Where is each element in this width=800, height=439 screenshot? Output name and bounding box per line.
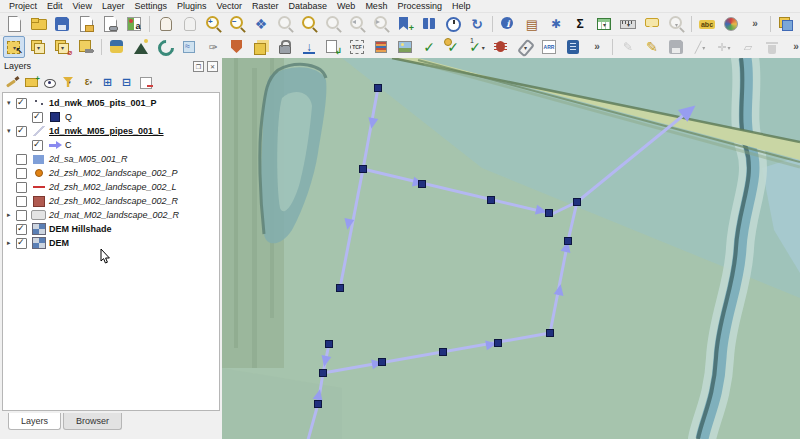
menu-processing[interactable]: Processing <box>392 1 447 11</box>
search-icon[interactable]: ▾ <box>665 13 687 35</box>
download-plugin-icon[interactable]: ↓ <box>298 36 320 58</box>
zoom-to-selection-icon[interactable] <box>274 13 296 35</box>
menu-web[interactable]: Web <box>332 1 360 11</box>
menu-plugins[interactable]: Plugins <box>172 1 212 11</box>
layer-tree-item[interactable]: ▸2d_mat_M02_landscape_002_R <box>3 208 219 222</box>
menu-vector[interactable]: Vector <box>211 1 247 11</box>
python-console-icon[interactable] <box>106 36 128 58</box>
arr-plugin-icon[interactable]: ARR <box>538 36 560 58</box>
filter-legend-icon[interactable]: ▾ <box>61 74 78 90</box>
zoom-in-icon[interactable]: + <box>202 13 224 35</box>
zoom-to-layer-icon[interactable] <box>298 13 320 35</box>
options-gear-icon[interactable]: ✱ <box>545 13 567 35</box>
style-manager-icon[interactable]: a <box>123 13 145 35</box>
new-project-icon[interactable] <box>3 13 25 35</box>
select-by-form-icon[interactable]: ▾ <box>27 36 49 58</box>
vertex-tool-icon[interactable]: ✛▾ <box>713 36 735 58</box>
image-plugin-icon[interactable] <box>394 36 416 58</box>
close-panel-icon[interactable]: ✕ <box>207 61 218 72</box>
tab-browser[interactable]: Browser <box>63 413 122 430</box>
expand-all-icon[interactable]: ⊞ <box>99 74 116 90</box>
layer-visibility-checkbox[interactable] <box>16 224 27 235</box>
zoom-out-icon[interactable]: − <box>226 13 248 35</box>
layer-visibility-checkbox[interactable] <box>16 98 27 109</box>
toolbar-overflow-icon-4[interactable]: » <box>785 36 800 58</box>
attribute-table-icon[interactable]: ▾ <box>593 13 615 35</box>
menu-raster[interactable]: Raster <box>247 1 284 11</box>
expander-icon[interactable]: ▸ <box>7 239 16 247</box>
lock-plugin-icon[interactable] <box>274 36 296 58</box>
expander-icon[interactable]: ▸ <box>7 211 16 219</box>
decorations-icon[interactable] <box>720 13 742 35</box>
grass-tool-icon[interactable] <box>154 36 176 58</box>
field-calculator-icon[interactable]: ▤ <box>521 13 543 35</box>
add-group-icon[interactable] <box>23 74 40 90</box>
shield-plugin-icon[interactable] <box>226 36 248 58</box>
layer-visibility-checkbox[interactable] <box>16 196 27 207</box>
menu-project[interactable]: Project <box>4 1 42 11</box>
cube-plugin-icon[interactable] <box>250 36 272 58</box>
layer-visibility-checkbox[interactable] <box>16 168 27 179</box>
layer-visibility-checkbox[interactable] <box>16 210 27 221</box>
menu-view[interactable]: View <box>68 1 97 11</box>
menu-database[interactable]: Database <box>284 1 333 11</box>
layer-visibility-checkbox[interactable] <box>16 238 27 249</box>
current-edits-icon[interactable]: ✎ <box>617 36 639 58</box>
add-layers-icon[interactable] <box>775 13 797 35</box>
bug-plugin-icon[interactable] <box>490 36 512 58</box>
collapse-all-icon[interactable]: ⊟ <box>118 74 135 90</box>
tcf-plugin-icon[interactable]: TCF <box>346 36 368 58</box>
statistical-summary-icon[interactable]: Σ <box>569 13 591 35</box>
terrain-tool-icon[interactable] <box>130 36 152 58</box>
refresh-icon[interactable]: ↻ <box>466 13 488 35</box>
layer-tree-item[interactable]: ▸DEM <box>3 236 219 250</box>
zoom-full-icon[interactable]: ❖ <box>250 13 272 35</box>
layer-tree-item[interactable]: ▾1d_nwk_M05_pipes_001_L <box>3 124 219 138</box>
open-project-icon[interactable] <box>27 13 49 35</box>
menu-settings[interactable]: Settings <box>129 1 172 11</box>
menu-edit[interactable]: Edit <box>42 1 68 11</box>
save-project-icon[interactable] <box>51 13 73 35</box>
expander-icon[interactable]: ▾ <box>7 99 16 107</box>
layer-visibility-checkbox[interactable] <box>16 154 27 165</box>
menu-layer[interactable]: Layer <box>97 1 130 11</box>
show-bookmarks-icon[interactable] <box>418 13 440 35</box>
layer-visibility-checkbox[interactable] <box>32 140 43 151</box>
layer-visibility-checkbox[interactable] <box>16 126 27 137</box>
map-tips-icon[interactable] <box>641 13 663 35</box>
tab-layers[interactable]: Layers <box>8 413 61 430</box>
layer-visibility-checkbox[interactable] <box>16 182 27 193</box>
menu-mesh[interactable]: Mesh <box>360 1 392 11</box>
layer-tree-item[interactable]: DEM Hillshade <box>3 222 219 236</box>
modify-attributes-icon[interactable]: ▱ <box>737 36 759 58</box>
check-plugin-icon[interactable]: ✓ <box>418 36 440 58</box>
feather-tool-icon[interactable]: ✑ <box>202 36 224 58</box>
delete-selected-icon[interactable] <box>761 36 783 58</box>
zoom-next-icon[interactable]: ▸ <box>370 13 392 35</box>
deselect-features-icon[interactable]: ⌀▾ <box>51 36 73 58</box>
check-number-plugin-icon[interactable]: ✓▾ <box>466 36 488 58</box>
layer-tree-item[interactable]: ▾1d_nwk_M05_pits_001_P <box>3 96 219 110</box>
pan-map-icon[interactable] <box>154 13 176 35</box>
layer-tree-item[interactable]: Q <box>3 110 219 124</box>
list-plugin-icon[interactable] <box>370 36 392 58</box>
expander-icon[interactable]: ▾ <box>7 127 16 135</box>
mesh-wave-tool-icon[interactable] <box>178 36 200 58</box>
map-canvas[interactable] <box>222 58 800 439</box>
layer-tree-item[interactable]: 2d_zsh_M02_landscape_002_P <box>3 166 219 180</box>
import-plugin-icon[interactable]: ↲ <box>322 36 344 58</box>
identify-features-icon[interactable]: i <box>497 13 519 35</box>
layer-tree-item[interactable]: 2d_zsh_M02_landscape_002_L <box>3 180 219 194</box>
labels-icon[interactable]: abc <box>696 13 718 35</box>
paperclip-plugin-icon[interactable]: ▾ <box>514 36 536 58</box>
filter-expression-icon[interactable]: ε▾ <box>80 74 97 90</box>
layer-visibility-checkbox[interactable] <box>32 112 43 123</box>
measure-icon[interactable]: ▾ <box>617 13 639 35</box>
layer-tree-item[interactable]: 2d_zsh_M02_landscape_002_R <box>3 194 219 208</box>
float-panel-icon[interactable]: ❐ <box>193 61 204 72</box>
add-line-feature-icon[interactable]: ╱▾ <box>689 36 711 58</box>
panel-plugin-icon[interactable] <box>562 36 584 58</box>
new-bookmark-icon[interactable] <box>394 13 416 35</box>
menu-help[interactable]: Help <box>447 1 476 11</box>
manage-map-themes-icon[interactable]: ▾ <box>42 74 59 90</box>
